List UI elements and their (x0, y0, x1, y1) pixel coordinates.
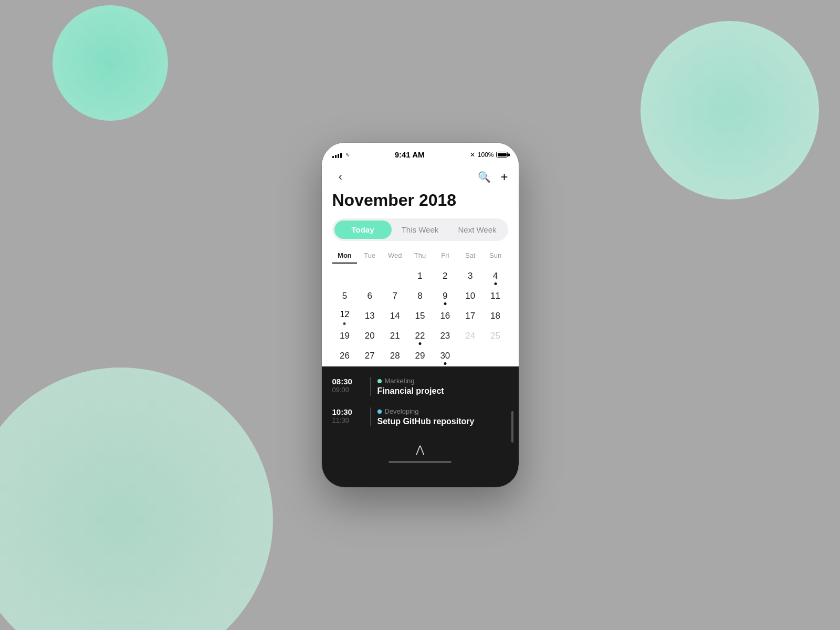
event-info: Marketing Financial project (377, 377, 508, 396)
bg-decoration-2 (640, 21, 819, 200)
event-title: Financial project (377, 386, 508, 396)
up-chevron-icon: ⋀ (416, 443, 424, 456)
day-header-fri: Fri (433, 251, 458, 264)
swipe-up-area[interactable]: ⋀ (332, 438, 508, 456)
day-header-mon: Mon (332, 251, 358, 264)
calendar-grid: 1234567891011121314151617181920212223242… (332, 267, 508, 366)
cal-cell-13[interactable]: 13 (357, 307, 382, 327)
cal-cell-9[interactable]: 9 (433, 287, 458, 307)
event-divider (370, 377, 371, 396)
cal-cell-3[interactable]: 3 (458, 267, 483, 287)
event-category-label: Developing (385, 407, 419, 415)
cal-cell-11[interactable]: 11 (483, 287, 508, 307)
cal-cell-18[interactable]: 18 (483, 307, 508, 327)
events-panel: 08:30 09:00 Marketing Financial project … (322, 366, 519, 487)
event-category-dot (377, 379, 382, 383)
add-icon[interactable]: + (500, 170, 508, 184)
day-header-wed: Wed (382, 251, 407, 264)
cal-cell-6[interactable]: 6 (357, 287, 382, 307)
nav-actions: 🔍 + (478, 170, 508, 184)
tab-today[interactable]: Today (334, 220, 392, 239)
cal-cell-28[interactable]: 28 (382, 346, 407, 366)
cal-cell-17[interactable]: 17 (458, 307, 483, 327)
day-headers: Mon Tue Wed Thu Fri Sat Sun (332, 251, 508, 264)
cal-cell-26[interactable]: 26 (332, 346, 358, 366)
signal-icon (332, 152, 342, 158)
cal-cell-empty (357, 267, 382, 287)
events-list: 08:30 09:00 Marketing Financial project … (332, 377, 508, 426)
event-item-0[interactable]: 08:30 09:00 Marketing Financial project (332, 377, 508, 396)
event-info: Developing Setup GitHub repository (377, 407, 508, 426)
event-item-1[interactable]: 10:30 11:30 Developing Setup GitHub repo… (332, 407, 508, 426)
scroll-indicator (511, 411, 513, 443)
event-category: Marketing (377, 377, 508, 385)
phone-screen: ∿ 9:41 AM ✕ 100% ‹ 🔍 + Novemb (322, 143, 519, 487)
status-left: ∿ (332, 152, 350, 158)
search-icon[interactable]: 🔍 (478, 171, 491, 183)
cal-cell-25[interactable]: 25 (483, 327, 508, 346)
cal-cell-30[interactable]: 30 (433, 346, 458, 366)
calendar-content: ‹ 🔍 + November 2018 Today This Week Next… (322, 163, 519, 366)
cal-cell-19[interactable]: 19 (332, 327, 358, 346)
cal-cell-20[interactable]: 20 (357, 327, 382, 346)
cal-cell-empty (458, 346, 483, 366)
cal-cell-15[interactable]: 15 (407, 307, 433, 327)
cal-cell-empty (382, 267, 407, 287)
bg-decoration-1 (52, 5, 168, 121)
cal-cell-10[interactable]: 10 (458, 287, 483, 307)
event-start-time: 08:30 (332, 377, 364, 386)
status-time: 9:41 AM (395, 150, 425, 159)
tab-this-week[interactable]: This Week (392, 220, 449, 239)
tab-filter: Today This Week Next Week (332, 218, 508, 241)
cal-cell-8[interactable]: 8 (407, 287, 433, 307)
cal-cell-1[interactable]: 1 (407, 267, 433, 287)
cal-cell-7[interactable]: 7 (382, 287, 407, 307)
month-title: November 2018 (332, 188, 508, 218)
wifi-icon: ∿ (345, 152, 350, 158)
nav-row: ‹ 🔍 + (332, 163, 508, 188)
event-time-col: 10:30 11:30 (332, 407, 364, 426)
day-header-sat: Sat (458, 251, 483, 264)
cal-cell-14[interactable]: 14 (382, 307, 407, 327)
event-divider (370, 407, 371, 426)
phone-frame: ∿ 9:41 AM ✕ 100% ‹ 🔍 + Novemb (322, 143, 519, 487)
cal-cell-22[interactable]: 22 (407, 327, 433, 346)
cal-cell-empty (332, 267, 358, 287)
bg-decoration-3 (0, 368, 273, 630)
event-title: Setup GitHub repository (377, 417, 508, 426)
day-header-thu: Thu (407, 251, 433, 264)
status-right: ✕ 100% (470, 151, 508, 159)
bluetooth-icon: ✕ (470, 151, 475, 159)
battery-percent: 100% (478, 151, 494, 159)
cal-cell-21[interactable]: 21 (382, 327, 407, 346)
status-bar: ∿ 9:41 AM ✕ 100% (322, 143, 519, 163)
cal-cell-29[interactable]: 29 (407, 346, 433, 366)
event-category: Developing (377, 407, 508, 415)
cal-cell-today[interactable]: 12 (332, 307, 358, 327)
tab-next-week[interactable]: Next Week (449, 220, 506, 239)
event-time-col: 08:30 09:00 (332, 377, 364, 396)
cal-cell-5[interactable]: 5 (332, 287, 358, 307)
event-end-time: 11:30 (332, 416, 364, 424)
back-button[interactable]: ‹ (332, 170, 349, 184)
cal-cell-2[interactable]: 2 (433, 267, 458, 287)
cal-cell-16[interactable]: 16 (433, 307, 458, 327)
battery-icon (496, 152, 508, 158)
day-header-tue: Tue (357, 251, 382, 264)
cal-cell-4[interactable]: 4 (483, 267, 508, 287)
cal-cell-23[interactable]: 23 (433, 327, 458, 346)
swipe-handle[interactable] (388, 461, 452, 463)
cal-cell-27[interactable]: 27 (357, 346, 382, 366)
cal-cell-empty (483, 346, 508, 366)
event-end-time: 09:00 (332, 386, 364, 394)
event-category-dot (377, 410, 382, 414)
day-header-sun: Sun (483, 251, 508, 264)
cal-cell-24[interactable]: 24 (458, 327, 483, 346)
event-category-label: Marketing (385, 377, 415, 385)
event-start-time: 10:30 (332, 407, 364, 416)
